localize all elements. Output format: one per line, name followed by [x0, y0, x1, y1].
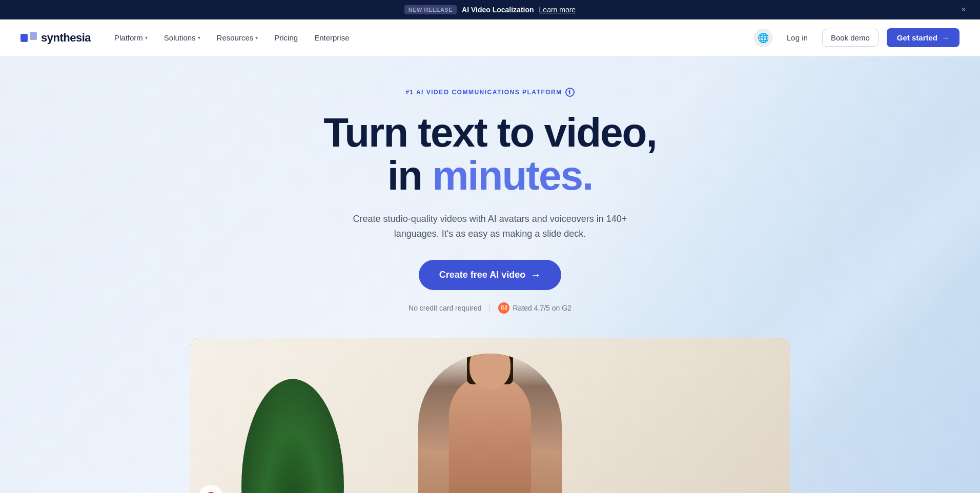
video-preview: 🔇: [190, 338, 790, 493]
nav-solutions[interactable]: Solutions ▾: [157, 29, 208, 46]
info-icon: ℹ: [565, 88, 575, 97]
hero-title-highlight: minutes.: [432, 153, 593, 198]
navbar: synthesia Platform ▾ Solutions ▾ Resourc…: [0, 19, 980, 56]
globe-icon: 🌐: [758, 32, 769, 44]
login-button[interactable]: Log in: [781, 29, 814, 46]
get-started-button[interactable]: Get started →: [887, 28, 959, 47]
nav-resources[interactable]: Resources ▾: [210, 29, 266, 46]
announcement-badge: NEW RELEASE: [404, 5, 457, 14]
g2-rating-text: Rated 4.7/5 on G2: [513, 304, 571, 312]
social-proof-divider: [489, 303, 490, 313]
video-preview-inner: 🔇: [190, 338, 790, 493]
g2-icon: G2: [498, 302, 509, 314]
svg-rect-0: [21, 34, 28, 42]
language-selector-button[interactable]: 🌐: [754, 29, 772, 47]
hero-content: #1 AI VIDEO COMMUNICATIONS PLATFORM ℹ Tu…: [313, 87, 666, 314]
no-credit-card-text: No credit card required: [409, 304, 481, 312]
hero-badge: #1 AI VIDEO COMMUNICATIONS PLATFORM ℹ: [405, 88, 575, 97]
cta-arrow-icon: →: [530, 269, 541, 281]
nav-platform[interactable]: Platform ▾: [107, 29, 155, 46]
hero-title-part2: in: [387, 153, 432, 198]
hero-title-part1: Turn text to video,: [323, 110, 656, 155]
create-free-video-button[interactable]: Create free AI video →: [419, 260, 561, 290]
hero-section: #1 AI VIDEO COMMUNICATIONS PLATFORM ℹ Tu…: [0, 56, 980, 493]
mute-icon: 🔇: [205, 491, 216, 493]
solutions-chevron-icon: ▾: [198, 35, 200, 40]
avatar-body: [449, 374, 531, 493]
nav-enterprise[interactable]: Enterprise: [307, 29, 356, 46]
svg-rect-1: [30, 32, 37, 40]
g2-badge: G2 Rated 4.7/5 on G2: [498, 302, 571, 314]
logo[interactable]: synthesia: [21, 31, 91, 45]
nav-links: Platform ▾ Solutions ▾ Resources ▾ Prici…: [107, 29, 754, 46]
platform-chevron-icon: ▾: [145, 35, 148, 40]
get-started-arrow-icon: →: [942, 33, 949, 42]
synthesia-logo-icon: [21, 32, 37, 44]
hero-social-proof: No credit card required G2 Rated 4.7/5 o…: [323, 302, 656, 314]
hero-badge-text: #1 AI VIDEO COMMUNICATIONS PLATFORM: [405, 89, 562, 96]
hero-title: Turn text to video, in minutes.: [323, 111, 656, 197]
announcement-title: AI Video Localization: [462, 6, 534, 14]
book-demo-button[interactable]: Book demo: [822, 29, 879, 47]
nav-right: 🌐 Log in Book demo Get started →: [754, 28, 959, 47]
hero-subtitle: Create studio-quality videos with AI ava…: [346, 212, 634, 241]
announcement-close-button[interactable]: ×: [957, 4, 970, 16]
announcement-bar: NEW RELEASE AI Video Localization Learn …: [0, 0, 980, 19]
resources-chevron-icon: ▾: [255, 35, 258, 40]
announcement-learn-more[interactable]: Learn more: [539, 6, 576, 14]
logo-text: synthesia: [41, 31, 91, 45]
video-avatar: [418, 354, 562, 493]
nav-pricing[interactable]: Pricing: [267, 29, 305, 46]
